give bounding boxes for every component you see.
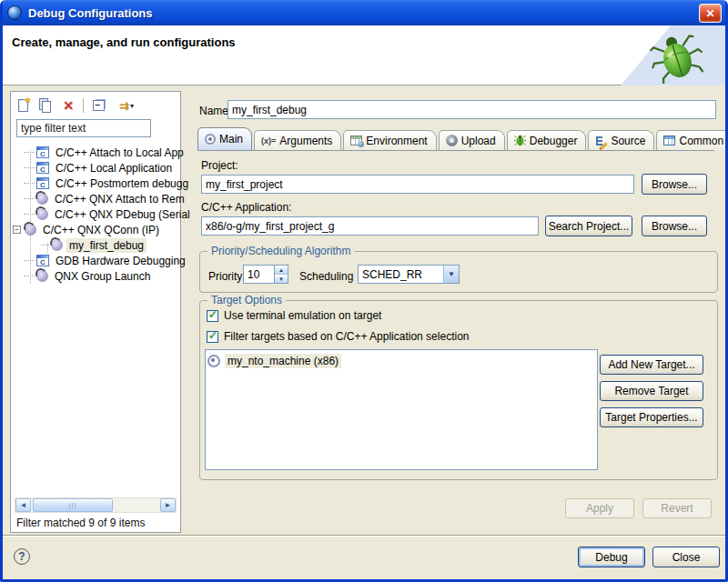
configurations-tree: C/C++ Attach to Local App C/C++ Local Ap…	[11, 145, 178, 372]
project-browse-button[interactable]: Browse...	[642, 174, 707, 195]
target-icon	[207, 355, 220, 367]
tab-environment[interactable]: Environment	[343, 130, 436, 150]
target-list[interactable]: my_nto_machine (x86)	[205, 349, 598, 470]
filter-launch-configurations-button[interactable]: ⇉ ▾	[113, 97, 140, 114]
filter-icon: ⇉	[119, 99, 128, 113]
common-tab-icon	[663, 135, 675, 146]
window-title: Debug Configurations	[28, 6, 153, 20]
check-icon: ✓	[208, 308, 217, 321]
tab-upload[interactable]: Upload	[439, 130, 505, 150]
collapse-expander-icon[interactable]: −	[13, 226, 21, 234]
qnx-launch-icon	[36, 208, 48, 220]
new-configuration-icon: ★	[18, 99, 28, 112]
c-application-icon	[36, 255, 49, 266]
filter-targets-checkbox[interactable]: ✓	[207, 331, 218, 343]
tree-item-qnx-pdebug[interactable]: C/C++ QNX PDebug (Serial	[24, 206, 193, 222]
priority-label: Priority	[208, 270, 242, 283]
target-properties-button[interactable]: Target Properties...	[600, 407, 703, 427]
qnx-launch-icon	[51, 239, 63, 251]
help-icon: ?	[18, 550, 25, 563]
combo-arrow-icon: ▼	[448, 270, 455, 278]
scheduling-combobox[interactable]: SCHED_RR ▼	[358, 265, 460, 284]
help-button[interactable]: ?	[14, 548, 30, 565]
scroll-left-button[interactable]: ◄	[15, 498, 31, 512]
terminal-emulation-checkbox-row[interactable]: ✓ Use terminal emulation on target	[207, 309, 381, 322]
scroll-left-icon: ◄	[20, 501, 27, 509]
duplicate-configuration-button[interactable]	[37, 97, 54, 114]
add-new-target-button[interactable]: Add New Target...	[600, 355, 703, 375]
tab-arguments[interactable]: (x)= Arguments	[254, 130, 341, 150]
window-icon	[7, 5, 22, 20]
source-tab-icon	[595, 135, 607, 146]
filter-targets-checkbox-row[interactable]: ✓ Filter targets based on C/C++ Applicat…	[207, 330, 469, 343]
filter-status-text: Filter matched 9 of 9 items	[16, 517, 145, 529]
c-application-icon	[36, 162, 49, 174]
arguments-tab-icon: (x)=	[261, 136, 276, 146]
filter-input[interactable]	[16, 119, 151, 137]
toolbar-separator	[83, 98, 84, 113]
close-dialog-button[interactable]: Close	[652, 547, 720, 567]
c-application-icon	[36, 146, 49, 158]
priority-spinner: ▲ ▼	[243, 265, 288, 284]
new-configuration-button[interactable]: ★	[15, 97, 31, 114]
application-browse-button[interactable]: Browse...	[642, 216, 707, 236]
debug-configurations-dialog: Debug Configurations ✕ Create, manage, a…	[0, 0, 728, 582]
tab-debugger[interactable]: Debugger	[507, 130, 587, 150]
tab-bar: Main (x)= Arguments Environment Upload	[197, 128, 714, 151]
scrollbar-thumb[interactable]	[33, 498, 113, 512]
collapse-all-icon: −	[93, 100, 105, 111]
environment-tab-icon	[350, 135, 362, 146]
close-button[interactable]: ✕	[699, 4, 722, 23]
target-group-title: Target Options	[207, 294, 286, 306]
footer-separator	[3, 535, 725, 537]
tab-common[interactable]: Common	[656, 130, 728, 150]
configurations-panel: ★ ✕ − ⇉ ▾	[10, 91, 181, 533]
tree-item-local-application[interactable]: C/C++ Local Application	[24, 160, 175, 176]
application-label: C/C++ Application:	[201, 201, 291, 214]
tree-item-qnx-qconn[interactable]: − C/C++ QNX QConn (IP)	[13, 222, 162, 237]
tab-main[interactable]: Main	[197, 127, 252, 150]
tree-item-my-first-debug[interactable]: my_first_debug	[41, 237, 147, 253]
spin-down-icon: ▼	[278, 276, 284, 282]
combo-dropdown-button[interactable]: ▼	[443, 266, 459, 283]
name-input[interactable]	[228, 100, 716, 119]
banner-title: Create, manage, and run configurations	[12, 35, 236, 49]
tree-item-qnx-group-launch[interactable]: QNX Group Launch	[24, 268, 153, 284]
target-list-item[interactable]: my_nto_machine (x86)	[207, 353, 595, 369]
debug-button[interactable]: Debug	[578, 547, 645, 567]
title-bar[interactable]: Debug Configurations ✕	[0, 0, 728, 25]
project-input[interactable]	[201, 175, 634, 194]
scroll-right-button[interactable]: ►	[160, 498, 176, 512]
target-item-label: my_nto_machine (x86)	[225, 354, 341, 368]
terminal-emulation-checkbox[interactable]: ✓	[207, 310, 218, 322]
qnx-launch-icon	[25, 224, 36, 236]
apply-button[interactable]: Apply	[565, 498, 634, 518]
delete-icon: ✕	[63, 98, 74, 113]
configurations-toolbar: ★ ✕ − ⇉ ▾	[15, 95, 140, 115]
remove-target-button[interactable]: Remove Target	[600, 381, 703, 401]
collapse-all-button[interactable]: −	[90, 97, 106, 114]
search-project-button[interactable]: Search Project...	[545, 216, 632, 236]
tree-horizontal-scrollbar[interactable]: ◄ ►	[15, 497, 177, 513]
priority-group-title: Priority/Scheduling Algorithm	[207, 245, 354, 257]
tree-item-gdb-hardware[interactable]: GDB Hardware Debugging	[24, 253, 188, 268]
terminal-emulation-label: Use terminal emulation on target	[224, 309, 381, 322]
scroll-right-icon: ►	[165, 501, 172, 509]
tree-item-attach-local[interactable]: C/C++ Attach to Local App	[24, 145, 187, 160]
tree-item-qnx-attach-remote[interactable]: C/C++ QNX Attach to Rem	[24, 191, 187, 206]
priority-input[interactable]	[243, 265, 274, 284]
project-label: Project:	[201, 159, 238, 172]
qnx-launch-icon	[36, 193, 48, 205]
tab-source[interactable]: Source	[588, 130, 654, 150]
close-icon: ✕	[705, 7, 714, 20]
delete-configuration-button[interactable]: ✕	[60, 97, 76, 114]
revert-button[interactable]: Revert	[642, 498, 712, 518]
priority-spin-down-button[interactable]: ▼	[275, 275, 288, 283]
qnx-launch-icon	[36, 270, 48, 282]
tree-item-postmortem[interactable]: C/C++ Postmortem debugg	[24, 176, 191, 191]
priority-spin-up-button[interactable]: ▲	[275, 266, 288, 275]
main-tab-icon	[205, 134, 216, 145]
application-input[interactable]	[201, 216, 539, 236]
c-application-icon	[36, 177, 49, 189]
spin-up-icon: ▲	[278, 267, 284, 273]
